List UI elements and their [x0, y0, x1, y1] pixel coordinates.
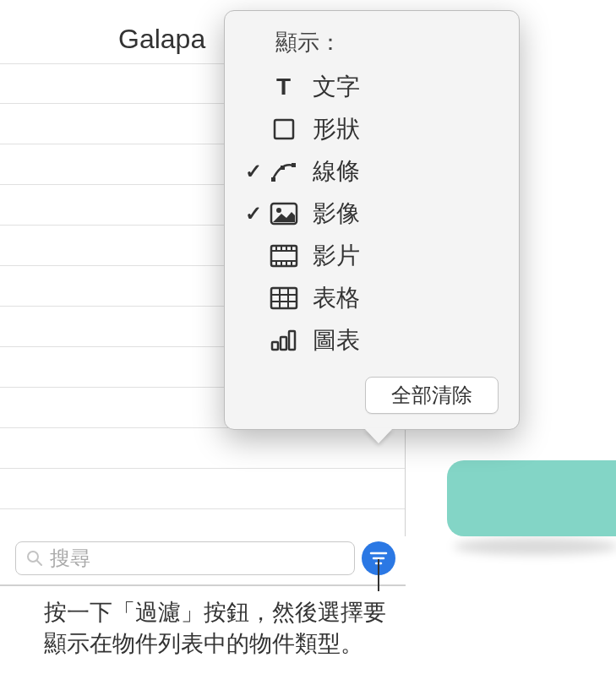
filter-item-movie[interactable]: 影片 — [225, 235, 519, 277]
callout-line2: 顯示在物件列表中的物件類型。 — [44, 628, 386, 659]
filter-item-shape[interactable]: 形狀 — [225, 108, 519, 150]
filter-item-label: 表格 — [313, 282, 360, 314]
filter-popover: 顯示： T 文字 形狀 ✓ 線條 ✓ — [224, 10, 520, 430]
list-item[interactable] — [0, 469, 405, 509]
filter-item-chart[interactable]: 圖表 — [225, 319, 519, 361]
check-slot: ✓ — [240, 160, 267, 183]
svg-rect-9 — [281, 166, 285, 170]
callout-text: 按一下「過濾」按鈕，然後選擇要 顯示在物件列表中的物件類型。 — [44, 597, 386, 659]
svg-text:T: T — [276, 74, 291, 100]
svg-rect-28 — [272, 342, 278, 350]
filter-item-line[interactable]: ✓ 線條 — [225, 150, 519, 193]
filter-item-text[interactable]: T 文字 — [225, 66, 519, 108]
shape-icon — [267, 114, 301, 144]
divider — [0, 584, 406, 586]
svg-rect-29 — [281, 337, 286, 350]
callout-line1: 按一下「過濾」按鈕，然後選擇要 — [44, 597, 386, 628]
list-item[interactable] — [0, 428, 405, 469]
search-placeholder: 搜尋 — [50, 545, 90, 572]
line-icon — [267, 156, 301, 187]
svg-rect-6 — [275, 120, 293, 139]
search-icon — [26, 550, 43, 567]
filter-item-label: 文字 — [313, 71, 360, 103]
svg-rect-7 — [271, 177, 275, 182]
search-bar: 搜尋 — [15, 540, 395, 577]
page-title: Galapa — [118, 24, 205, 55]
chart-icon — [267, 325, 301, 356]
filter-item-label: 形狀 — [313, 113, 360, 145]
filter-item-label: 影像 — [313, 198, 360, 230]
checkmark-icon: ✓ — [245, 202, 262, 226]
check-slot: ✓ — [240, 202, 267, 226]
svg-rect-30 — [289, 331, 295, 350]
clear-all-button[interactable]: 全部清除 — [365, 377, 499, 414]
filter-item-label: 圖表 — [313, 324, 360, 356]
popover-arrow — [364, 428, 393, 443]
callout-line — [378, 559, 379, 591]
svg-rect-12 — [271, 246, 297, 266]
filter-item-label: 線條 — [313, 155, 360, 188]
image-icon — [267, 198, 301, 229]
table-icon — [267, 283, 301, 313]
popover-header: 顯示： — [225, 23, 519, 66]
checkmark-icon: ✓ — [245, 160, 262, 183]
canvas-shape — [447, 460, 616, 549]
svg-rect-8 — [292, 163, 296, 167]
svg-point-0 — [28, 552, 38, 562]
svg-point-11 — [276, 208, 281, 213]
filter-item-table[interactable]: 表格 — [225, 277, 519, 319]
search-input[interactable]: 搜尋 — [15, 541, 355, 575]
movie-icon — [267, 241, 301, 271]
svg-rect-23 — [271, 288, 297, 308]
filter-item-image[interactable]: ✓ 影像 — [225, 193, 519, 235]
svg-line-1 — [37, 561, 41, 565]
filter-item-label: 影片 — [313, 240, 360, 272]
text-icon: T — [267, 72, 301, 102]
